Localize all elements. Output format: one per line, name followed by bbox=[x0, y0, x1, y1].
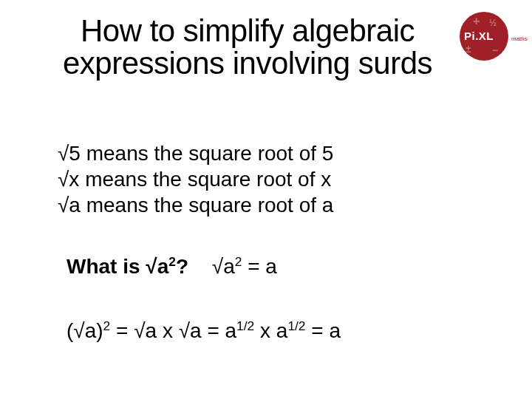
slide-title: How to simplify algebraic expressions in… bbox=[44, 15, 451, 80]
logo-half-icon: ½ bbox=[489, 18, 497, 28]
answer-text: √a2 = a bbox=[212, 255, 277, 278]
exp-e1: 2 bbox=[103, 318, 111, 333]
logo-brand-text: Pi.XL bbox=[464, 30, 494, 42]
expansion-line: (√a)2 = √a x √a = a1/2 x a1/2 = a bbox=[66, 319, 341, 343]
question-exponent: 2 bbox=[168, 254, 176, 269]
definition-line-3: √a means the square root of a bbox=[58, 192, 333, 218]
question-text: What is √a2? bbox=[66, 255, 194, 278]
question-answer-line: What is √a2? √a2 = a bbox=[66, 255, 277, 279]
answer-lhs-exp: 2 bbox=[235, 254, 242, 269]
definition-line-1: √5 means the square root of 5 bbox=[58, 140, 333, 166]
exp-part1: (√a) bbox=[66, 319, 103, 342]
logo-circle: + ½ ± − Pi.XL bbox=[460, 12, 508, 61]
answer-lhs-prefix: √a bbox=[212, 255, 235, 278]
answer-rhs: = a bbox=[242, 255, 276, 278]
exp-part4: = a bbox=[306, 319, 341, 342]
definitions-block: √5 means the square root of 5 √x means t… bbox=[58, 140, 333, 218]
pixl-logo: + ½ ± − Pi.XL maths bbox=[460, 12, 516, 68]
exp-e2: 1/2 bbox=[236, 318, 254, 333]
logo-subtext: maths bbox=[511, 35, 528, 42]
definition-line-2: √x means the square root of x bbox=[58, 166, 333, 192]
logo-plusminus-icon: ± bbox=[466, 43, 471, 55]
logo-plus-icon: + bbox=[473, 15, 480, 28]
exp-part2: = √a x √a = a bbox=[110, 319, 236, 342]
exp-part3: x a bbox=[254, 319, 287, 342]
slide-title-wrap: How to simplify algebraic expressions in… bbox=[0, 15, 532, 80]
logo-minus-icon: − bbox=[492, 44, 498, 56]
exp-e3: 1/2 bbox=[287, 318, 305, 333]
question-suffix: ? bbox=[176, 255, 188, 278]
question-prefix: What is √a bbox=[66, 255, 168, 278]
